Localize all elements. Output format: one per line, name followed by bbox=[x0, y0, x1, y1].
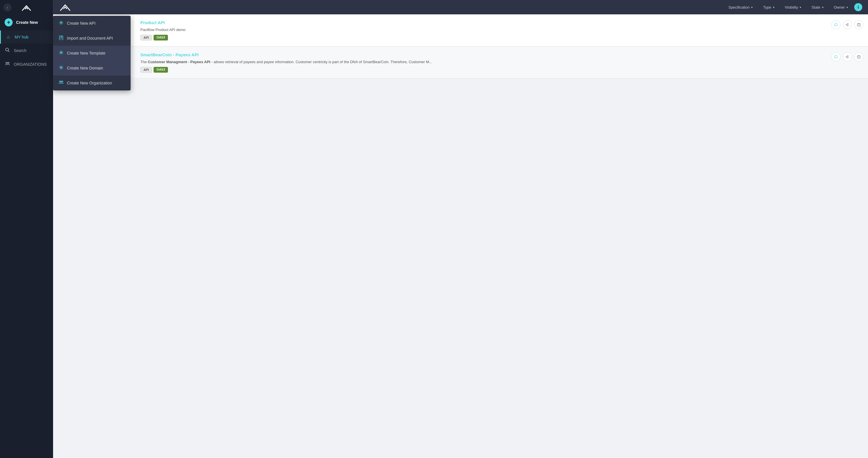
import-api-icon bbox=[59, 35, 63, 41]
header-logo-icon bbox=[59, 3, 72, 12]
sidebar: ‹ + Create New ⌂ MY hub Search bbox=[0, 0, 53, 458]
create-template-icon bbox=[59, 50, 63, 56]
state-filter-label: State bbox=[811, 5, 820, 9]
create-domain-icon bbox=[59, 65, 63, 71]
dropdown-item-create-template[interactable]: Create New Template bbox=[53, 45, 131, 61]
state-filter-button[interactable]: State ▾ bbox=[807, 3, 827, 11]
share-button[interactable] bbox=[843, 20, 852, 29]
visibility-filter-label: Visibility bbox=[785, 5, 798, 9]
api-tags: API OAS3 bbox=[141, 35, 861, 40]
svg-line-1 bbox=[8, 51, 9, 52]
delete-button[interactable] bbox=[854, 20, 863, 29]
api-title-link[interactable]: Product API bbox=[141, 20, 861, 25]
svg-point-30 bbox=[846, 57, 847, 57]
info-button[interactable]: i bbox=[854, 3, 862, 11]
dropdown-item-create-org-label: Create New Organization bbox=[67, 81, 112, 85]
search-label: Search bbox=[14, 48, 26, 53]
share-icon bbox=[845, 55, 849, 59]
api-row-right: SmartBearCoin - Payees API The Customer … bbox=[133, 47, 868, 79]
create-org-icon bbox=[59, 80, 63, 86]
api-tags: API OAS3 bbox=[141, 67, 861, 73]
owner-filter-label: Owner bbox=[834, 5, 845, 9]
my-hub-label: MY hub bbox=[14, 35, 28, 39]
sidebar-item-create-new[interactable]: + Create New bbox=[0, 14, 53, 30]
info-label: i bbox=[858, 5, 859, 9]
header-logo-area bbox=[59, 3, 72, 12]
header: Specification ▾ Type ▾ Visibility ▾ Stat… bbox=[53, 0, 868, 14]
type-filter-button[interactable]: Type ▾ bbox=[759, 3, 778, 11]
api-actions bbox=[831, 20, 863, 29]
dropdown-item-import-api[interactable]: Import and Document API bbox=[53, 31, 131, 45]
owner-chevron-icon: ▾ bbox=[846, 6, 848, 9]
api-actions bbox=[831, 52, 863, 61]
sidebar-item-organizations[interactable]: ORGANIZATIONS bbox=[0, 57, 53, 71]
trash-icon bbox=[857, 55, 861, 59]
organizations-icon bbox=[5, 61, 10, 67]
create-new-label: Create New bbox=[16, 20, 38, 25]
main-content: Specification ▾ Type ▾ Visibility ▾ Stat… bbox=[53, 0, 868, 458]
dropdown-item-create-domain-label: Create New Domain bbox=[67, 66, 103, 70]
specification-filter-label: Specification bbox=[728, 5, 750, 9]
api-row-right: Product API Pactflow Product API demo AP… bbox=[133, 14, 868, 46]
svg-rect-31 bbox=[857, 56, 860, 59]
svg-point-4 bbox=[7, 62, 8, 63]
delete-button[interactable] bbox=[854, 52, 863, 61]
dropdown-item-import-api-label: Import and Document API bbox=[67, 36, 113, 40]
share-button[interactable] bbox=[843, 52, 852, 61]
visibility-chevron-icon: ▾ bbox=[800, 6, 801, 9]
api-description: The Customer Managment - Payees API - al… bbox=[141, 59, 861, 65]
svg-point-21 bbox=[846, 24, 847, 25]
svg-rect-22 bbox=[857, 24, 860, 26]
bell-icon bbox=[834, 23, 838, 27]
sidebar-item-search[interactable]: Search bbox=[0, 44, 53, 57]
tag-oas3: OAS3 bbox=[154, 35, 168, 40]
state-chevron-icon: ▾ bbox=[822, 6, 824, 9]
dropdown-item-create-domain[interactable]: Create New Domain bbox=[53, 61, 131, 75]
create-new-icon: + bbox=[5, 19, 12, 26]
dropdown-item-create-org[interactable]: Create New Organization bbox=[53, 75, 131, 90]
logo-icon bbox=[21, 3, 32, 12]
notify-button[interactable] bbox=[831, 20, 840, 29]
home-icon: ⌂ bbox=[5, 34, 11, 40]
sidebar-item-my-hub[interactable]: ⌂ MY hub bbox=[0, 30, 53, 44]
table-row: PUBLIC | UNPUBLISHED Product API Pactflo… bbox=[53, 14, 868, 47]
dropdown-item-create-api[interactable]: Create New API bbox=[53, 16, 131, 31]
table-row: YOU54F cashflow PUBLIC | UNPUBLISHED Sma… bbox=[53, 47, 868, 79]
organizations-label: ORGANIZATIONS bbox=[14, 62, 47, 67]
trash-icon bbox=[857, 23, 861, 27]
api-content-area: PUBLIC | UNPUBLISHED Product API Pactflo… bbox=[53, 14, 868, 458]
type-chevron-icon: ▾ bbox=[773, 6, 774, 9]
bell-icon bbox=[834, 55, 838, 59]
share-icon bbox=[845, 23, 849, 27]
create-new-dropdown: Create New API Import and Document API C… bbox=[53, 16, 131, 90]
showing-count: SHOWING 1-2 OF 2 bbox=[53, 79, 868, 92]
svg-rect-8 bbox=[59, 36, 63, 40]
specification-filter-button[interactable]: Specification ▾ bbox=[724, 3, 757, 11]
tag-api: API bbox=[141, 35, 152, 40]
back-button[interactable]: ‹ bbox=[3, 3, 11, 11]
tag-oas3: OAS3 bbox=[154, 67, 168, 73]
dropdown-item-create-api-label: Create New API bbox=[67, 21, 96, 26]
notify-button[interactable] bbox=[831, 52, 840, 61]
tag-api: API bbox=[141, 67, 152, 73]
search-icon bbox=[5, 48, 10, 53]
create-api-icon bbox=[59, 20, 63, 26]
type-filter-label: Type bbox=[763, 5, 771, 9]
owner-filter-button[interactable]: Owner ▾ bbox=[830, 3, 852, 11]
api-title-link[interactable]: SmartBearCoin - Payees API bbox=[141, 52, 861, 57]
specification-chevron-icon: ▾ bbox=[751, 6, 753, 9]
api-description: Pactflow Product API demo bbox=[141, 27, 861, 32]
svg-point-19 bbox=[61, 81, 62, 82]
dropdown-item-create-template-label: Create New Template bbox=[67, 51, 105, 55]
api-list: PUBLIC | UNPUBLISHED Product API Pactflo… bbox=[53, 14, 868, 79]
visibility-filter-button[interactable]: Visibility ▾ bbox=[781, 3, 805, 11]
